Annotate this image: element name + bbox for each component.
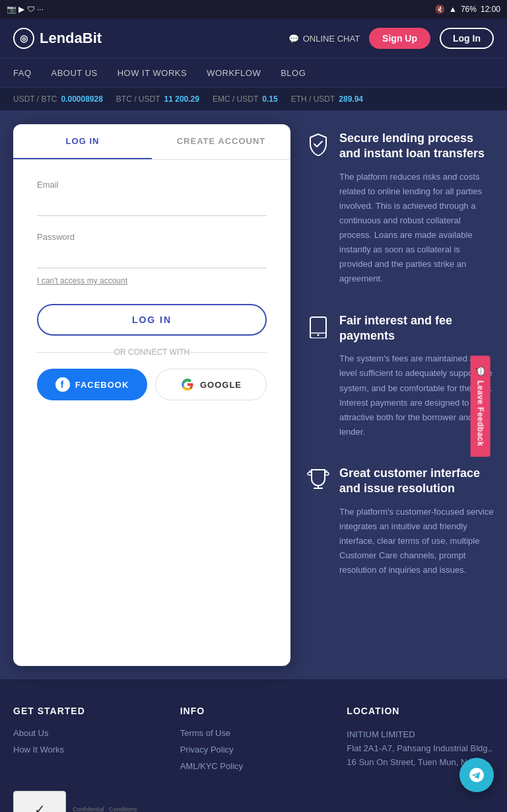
- confidential-text: Confidential · Conditions: [73, 806, 137, 812]
- header: ◎ LendaBit 💬 ONLINE CHAT Sign Up Log In: [0, 18, 507, 59]
- login-form: Email Password I can't access my account…: [13, 160, 290, 420]
- features-panel: Secure lending process and instant loan …: [306, 124, 494, 666]
- feature-title-3: Great customer interface and issue resol…: [339, 466, 494, 497]
- ticker-label-2: BTC / USDT: [116, 94, 160, 104]
- main-nav: FAQ ABOUT US HOW IT WORKS WORKFLOW BLOG: [0, 59, 507, 88]
- facebook-icon: f: [55, 377, 70, 392]
- feature-desc-3: The platform's customer-focused service …: [306, 505, 494, 577]
- ticker-usdt-btc: USDT / BTC 0.00008928: [13, 94, 103, 104]
- ticker-eth-usdt: ETH / USDT 289.94: [291, 94, 363, 104]
- google-login-button[interactable]: GOOGLE: [155, 369, 267, 400]
- feature-secure-lending: Secure lending process and instant loan …: [306, 131, 494, 287]
- price-ticker: USDT / BTC 0.00008928 BTC / USDT 11 200.…: [0, 88, 507, 111]
- nav-how-it-works[interactable]: HOW IT WORKS: [118, 59, 187, 87]
- feature-desc-1: The platform reduces risks and costs rel…: [306, 170, 494, 287]
- email-label: Email: [37, 180, 267, 190]
- footer-title-info: INFO: [180, 706, 327, 716]
- recaptcha-checkbox[interactable]: ✓: [13, 791, 66, 812]
- tab-login[interactable]: LOG IN: [13, 124, 152, 159]
- feature-fair-interest: Fair interest and fee payments The syste…: [306, 313, 494, 439]
- feature-customer-interface: Great customer interface and issue resol…: [306, 466, 494, 577]
- footer: GET STARTED About Us How It Works INFO T…: [0, 679, 507, 812]
- nav-blog[interactable]: BLOG: [281, 59, 306, 87]
- footer-title-get-started: GET STARTED: [13, 706, 160, 716]
- float-chat-button[interactable]: [459, 758, 494, 792]
- feature-desc-2: The system's fees are maintained at a le…: [306, 351, 494, 439]
- online-chat-button[interactable]: 💬 ONLINE CHAT: [288, 34, 360, 44]
- footer-link-terms[interactable]: Terms of Use: [180, 728, 327, 738]
- ticker-label-1: USDT / BTC: [13, 94, 57, 104]
- app-icons: 📷 ▶ 🛡 ···: [7, 5, 44, 14]
- feature-title-2: Fair interest and fee payments: [339, 313, 494, 344]
- svg-point-2: [318, 334, 320, 336]
- header-right: 💬 ONLINE CHAT Sign Up Log In: [288, 28, 494, 49]
- feature-header-2: Fair interest and fee payments: [306, 313, 494, 344]
- footer-link-how[interactable]: How It Works: [13, 745, 160, 755]
- feature-header-3: Great customer interface and issue resol…: [306, 466, 494, 497]
- status-bar-right: 🔇 ▲ 76% 12:00: [435, 5, 500, 14]
- password-group: Password: [37, 232, 267, 268]
- footer-address-1: Flat 2A1-A7, Pahsang Industrial Bldg.,: [347, 742, 494, 756]
- ticker-label-4: ETH / USDT: [291, 94, 335, 104]
- trophy-icon: [306, 467, 330, 491]
- nav-workflow[interactable]: WORKFLOW: [207, 59, 261, 87]
- tablet-icon: [306, 314, 330, 338]
- email-input[interactable]: [37, 194, 267, 216]
- wifi-icon: ▲: [449, 5, 457, 14]
- footer-link-privacy[interactable]: Privacy Policy: [180, 745, 327, 755]
- email-group: Email: [37, 180, 267, 216]
- social-buttons: f FACEBOOK GOOGLE: [37, 369, 267, 400]
- recaptcha-area: ✓ Confidential · Conditions: [13, 791, 494, 812]
- password-input[interactable]: [37, 246, 267, 268]
- footer-link-about[interactable]: About Us: [13, 728, 160, 738]
- feature-header-1: Secure lending process and instant loan …: [306, 131, 494, 162]
- footer-grid: GET STARTED About Us How It Works INFO T…: [13, 706, 494, 778]
- footer-company-name: INITIUM LIMITED: [347, 728, 494, 742]
- feedback-icon: 💬: [475, 366, 485, 377]
- footer-get-started: GET STARTED About Us How It Works: [13, 706, 160, 778]
- forgot-password-link[interactable]: I can't access my account: [37, 276, 267, 285]
- logo: ◎ LendaBit: [13, 28, 102, 49]
- login-tabs: LOG IN CREATE ACCOUNT: [13, 124, 290, 160]
- header-login-button[interactable]: Log In: [440, 28, 494, 49]
- telegram-icon: [468, 766, 485, 784]
- login-card: LOG IN CREATE ACCOUNT Email Password I c…: [13, 124, 290, 666]
- logo-text: LendaBit: [40, 30, 102, 47]
- battery-level: 76%: [461, 5, 477, 14]
- ticker-label-3: EMC / USDT: [213, 94, 258, 104]
- main-content: LOG IN CREATE ACCOUNT Email Password I c…: [0, 111, 507, 679]
- footer-link-aml[interactable]: AML/KYC Policy: [180, 761, 327, 771]
- footer-title-location: LOCATION: [347, 706, 494, 716]
- status-bar-left: 📷 ▶ 🛡 ···: [7, 5, 44, 14]
- status-bar: 📷 ▶ 🛡 ··· 🔇 ▲ 76% 12:00: [0, 0, 507, 18]
- facebook-login-button[interactable]: f FACEBOOK: [37, 369, 147, 400]
- or-divider: OR CONNECT WITH: [37, 348, 267, 357]
- shield-icon: [306, 132, 330, 156]
- clock: 12:00: [481, 5, 500, 14]
- logo-icon: ◎: [13, 28, 34, 49]
- password-label: Password: [37, 232, 267, 242]
- google-icon: [180, 377, 195, 392]
- mute-icon: 🔇: [435, 5, 445, 14]
- nav-about[interactable]: ABOUT US: [51, 59, 98, 87]
- signup-button[interactable]: Sign Up: [369, 28, 430, 49]
- leave-feedback-button[interactable]: 💬 Leave Feedback: [470, 355, 490, 457]
- footer-info: INFO Terms of Use Privacy Policy AML/KYC…: [180, 706, 327, 778]
- feature-title-1: Secure lending process and instant loan …: [339, 131, 494, 162]
- nav-faq[interactable]: FAQ: [13, 59, 32, 87]
- chat-icon: 💬: [288, 34, 299, 44]
- login-submit-button[interactable]: LOG IN: [37, 304, 267, 336]
- ticker-btc-usdt: BTC / USDT 11 200.29: [116, 94, 199, 104]
- tab-create-account[interactable]: CREATE ACCOUNT: [152, 124, 290, 159]
- ticker-emc-usdt: EMC / USDT 0.15: [213, 94, 278, 104]
